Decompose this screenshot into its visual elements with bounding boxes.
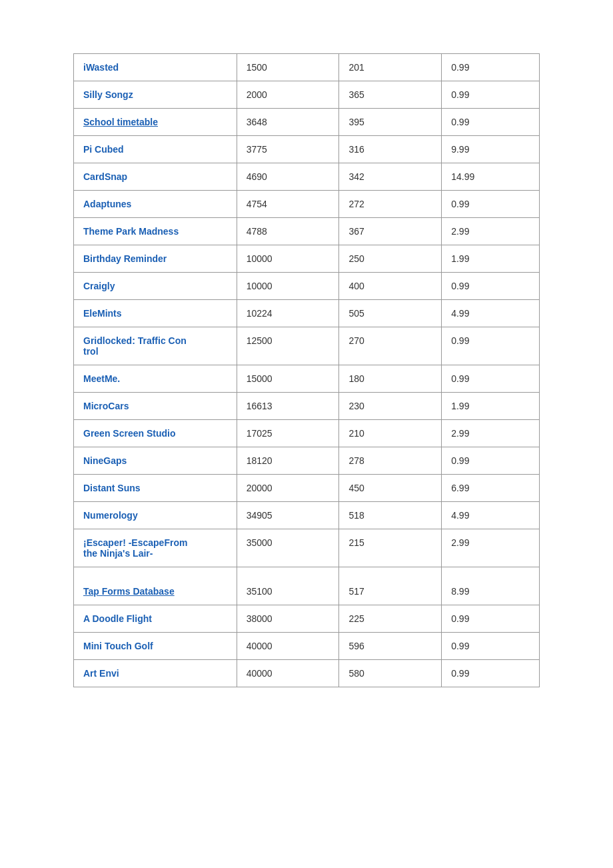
table-row: Adaptunes47542720.99 <box>74 191 540 218</box>
col4-cell: 0.99 <box>442 605 540 633</box>
table-row: MicroCars166132301.99 <box>74 393 540 420</box>
col2-cell: 38000 <box>237 605 339 633</box>
app-link[interactable]: Craigly <box>83 281 115 291</box>
app-name-cell[interactable]: MeetMe. <box>74 365 237 393</box>
col2-cell: 1500 <box>237 54 339 81</box>
app-name-cell[interactable]: MicroCars <box>74 393 237 420</box>
table-row: ¡Escaper! -EscapeFromthe Ninja's Lair-35… <box>74 529 540 567</box>
table-row: Gridlocked: Traffic Control125002700.99 <box>74 327 540 365</box>
app-name-cell[interactable]: Numerology <box>74 502 237 529</box>
col2-cell: 17025 <box>237 420 339 447</box>
app-name-cell[interactable]: Art Envi <box>74 660 237 687</box>
app-name-cell[interactable]: ¡Escaper! -EscapeFromthe Ninja's Lair- <box>74 529 237 567</box>
col3-cell: 365 <box>339 81 442 109</box>
col4-cell: 6.99 <box>442 475 540 502</box>
app-name-cell[interactable]: Silly Songz <box>74 81 237 109</box>
app-name-cell[interactable]: Theme Park Madness <box>74 218 237 245</box>
app-name-cell[interactable]: EleMints <box>74 300 237 327</box>
col3-cell: 316 <box>339 136 442 163</box>
table-row: Numerology349055184.99 <box>74 502 540 529</box>
col2-cell: 15000 <box>237 365 339 393</box>
col4-cell: 0.99 <box>442 327 540 365</box>
col2-cell: 4690 <box>237 163 339 191</box>
app-link[interactable]: MeetMe. <box>83 373 120 384</box>
app-link[interactable]: School timetable <box>83 117 158 127</box>
app-name-cell[interactable]: iWasted <box>74 54 237 81</box>
table-row: Pi Cubed37753169.99 <box>74 136 540 163</box>
app-link[interactable]: Mini Touch Golf <box>83 641 153 651</box>
col4-cell: 2.99 <box>442 529 540 567</box>
app-link[interactable]: Silly Songz <box>83 89 133 100</box>
col3-cell: 505 <box>339 300 442 327</box>
col4-cell: 0.99 <box>442 109 540 136</box>
app-link[interactable]: Numerology <box>83 510 138 521</box>
col3-cell: 210 <box>339 420 442 447</box>
app-link[interactable]: MicroCars <box>83 401 129 411</box>
col4-cell: 1.99 <box>442 245 540 273</box>
app-name-cell[interactable]: Green Screen Studio <box>74 420 237 447</box>
table-row: Birthday Reminder100002501.99 <box>74 245 540 273</box>
col2-cell: 20000 <box>237 475 339 502</box>
col2-cell: 40000 <box>237 660 339 687</box>
col3-cell: 270 <box>339 327 442 365</box>
app-name-cell[interactable]: Distant Suns <box>74 475 237 502</box>
app-link[interactable]: Adaptunes <box>83 199 131 209</box>
app-link[interactable]: CardSnap <box>83 171 127 182</box>
app-name-cell[interactable]: CardSnap <box>74 163 237 191</box>
app-link[interactable]: Gridlocked: Traffic Control <box>83 335 187 357</box>
app-link[interactable]: Theme Park Madness <box>83 226 179 237</box>
app-link[interactable]: NineGaps <box>83 455 127 466</box>
col4-cell: 0.99 <box>442 365 540 393</box>
app-link[interactable]: Distant Suns <box>83 483 141 493</box>
col2-cell: 4754 <box>237 191 339 218</box>
table-row: Art Envi400005800.99 <box>74 660 540 687</box>
col4-cell: 14.99 <box>442 163 540 191</box>
app-link[interactable]: iWasted <box>83 62 119 73</box>
app-name-cell[interactable]: Adaptunes <box>74 191 237 218</box>
col3-cell: 518 <box>339 502 442 529</box>
table-row: A Doodle Flight380002250.99 <box>74 605 540 633</box>
app-link[interactable]: Tap Forms Database <box>83 586 175 597</box>
app-link[interactable]: A Doodle Flight <box>83 613 152 624</box>
app-name-cell[interactable]: School timetable <box>74 109 237 136</box>
app-link[interactable]: ¡Escaper! -EscapeFromthe Ninja's Lair- <box>83 537 187 559</box>
col4-cell: 0.99 <box>442 660 540 687</box>
col2-cell: 35000 <box>237 529 339 567</box>
col2-cell: 3648 <box>237 109 339 136</box>
app-link[interactable]: EleMints <box>83 308 122 319</box>
table-row: EleMints102245054.99 <box>74 300 540 327</box>
app-name-cell[interactable]: Mini Touch Golf <box>74 633 237 660</box>
app-link[interactable]: Green Screen Studio <box>83 428 175 439</box>
app-link[interactable]: Pi Cubed <box>83 144 124 155</box>
table-row: Distant Suns200004506.99 <box>74 475 540 502</box>
app-link[interactable]: Art Envi <box>83 668 119 679</box>
col2-cell: 34905 <box>237 502 339 529</box>
app-name-cell[interactable]: Pi Cubed <box>74 136 237 163</box>
app-name-cell[interactable]: NineGaps <box>74 447 237 475</box>
col3-cell: 450 <box>339 475 442 502</box>
app-name-cell[interactable]: Gridlocked: Traffic Control <box>74 327 237 365</box>
col3-cell: 250 <box>339 245 442 273</box>
col4-cell: 0.99 <box>442 81 540 109</box>
app-name-cell[interactable]: A Doodle Flight <box>74 605 237 633</box>
col4-cell: 4.99 <box>442 502 540 529</box>
app-name-cell[interactable]: Tap Forms Database <box>74 567 237 605</box>
col2-cell: 18120 <box>237 447 339 475</box>
col2-cell: 10000 <box>237 273 339 300</box>
col4-cell: 0.99 <box>442 447 540 475</box>
col2-cell: 16613 <box>237 393 339 420</box>
app-name-cell[interactable]: Birthday Reminder <box>74 245 237 273</box>
col3-cell: 580 <box>339 660 442 687</box>
col2-cell: 3775 <box>237 136 339 163</box>
col4-cell: 0.99 <box>442 273 540 300</box>
col3-cell: 225 <box>339 605 442 633</box>
col3-cell: 342 <box>339 163 442 191</box>
col3-cell: 517 <box>339 567 442 605</box>
app-name-cell[interactable]: Craigly <box>74 273 237 300</box>
app-link[interactable]: Birthday Reminder <box>83 253 167 264</box>
col2-cell: 40000 <box>237 633 339 660</box>
table-row: CardSnap469034214.99 <box>74 163 540 191</box>
table-row: NineGaps181202780.99 <box>74 447 540 475</box>
table-row: iWasted15002010.99 <box>74 54 540 81</box>
col4-cell: 1.99 <box>442 393 540 420</box>
